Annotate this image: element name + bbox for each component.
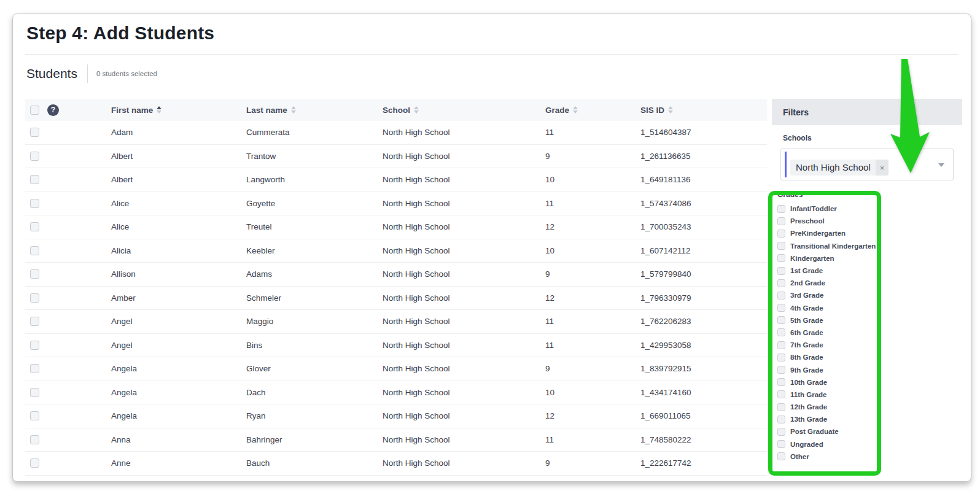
grade-option-label: 12th Grade	[790, 403, 827, 411]
column-header-first-name[interactable]: First name	[111, 106, 246, 115]
grade-filter-option[interactable]: 4th Grade	[777, 302, 954, 314]
grade-filter-option[interactable]: Transitional Kindergarten	[777, 240, 954, 252]
remove-tag-icon[interactable]: ×	[876, 160, 889, 176]
cell-school: North High School	[383, 293, 545, 303]
row-checkbox[interactable]	[30, 388, 39, 397]
column-label: School	[383, 106, 410, 115]
column-header-last-name[interactable]: Last name	[246, 106, 383, 115]
grade-filter-option[interactable]: Infant/Toddler	[777, 203, 954, 215]
cell-grade: 11	[545, 199, 640, 208]
column-header-sis-id[interactable]: SIS ID	[640, 106, 767, 115]
selected-count: 0 students selected	[96, 70, 157, 77]
grade-filter-option[interactable]: PreKindergarten	[777, 227, 954, 239]
grade-checkbox[interactable]	[777, 304, 785, 312]
grade-checkbox[interactable]	[777, 328, 785, 336]
row-checkbox[interactable]	[30, 364, 39, 373]
vertical-divider	[87, 64, 88, 83]
grade-filter-option[interactable]: 11th Grade	[777, 389, 954, 401]
grade-checkbox[interactable]	[777, 292, 785, 300]
grade-filter-option[interactable]: Preschool	[777, 215, 954, 227]
grade-filter-option[interactable]: 6th Grade	[777, 327, 954, 339]
grade-option-label: Ungraded	[790, 441, 823, 448]
cell-first-name: Angel	[111, 341, 246, 350]
grade-checkbox[interactable]	[777, 366, 785, 374]
grade-filter-option[interactable]: 7th Grade	[777, 339, 954, 351]
cell-grade: 11	[545, 128, 640, 137]
grade-filter-option[interactable]: 8th Grade	[777, 351, 954, 363]
grade-option-label: 6th Grade	[790, 329, 823, 336]
grade-filter-option[interactable]: Ungraded	[777, 438, 954, 450]
grade-checkbox[interactable]	[777, 354, 785, 361]
grade-checkbox[interactable]	[777, 230, 785, 238]
grade-checkbox[interactable]	[777, 403, 785, 411]
help-icon[interactable]: ?	[47, 104, 59, 116]
grade-option-label: Other	[790, 453, 809, 460]
row-checkbox[interactable]	[30, 317, 39, 326]
sort-icon	[291, 106, 296, 114]
grade-option-label: 7th Grade	[790, 341, 823, 349]
grade-filter-option[interactable]: Kindergarten	[777, 252, 954, 265]
grade-checkbox[interactable]	[777, 390, 785, 398]
cell-first-name: Angela	[111, 388, 246, 397]
grade-checkbox[interactable]	[777, 378, 785, 386]
grade-filter-option[interactable]: Post Graduate	[777, 425, 954, 438]
grade-option-label: 13th Grade	[790, 416, 827, 423]
grade-filter-option[interactable]: 13th Grade	[777, 413, 954, 425]
column-header-school[interactable]: School	[383, 106, 545, 115]
cell-sis-id: 1_261136635	[640, 152, 767, 161]
grade-checkbox[interactable]	[777, 254, 785, 262]
screenshot-stage: Step 4: Add Students Students 0 students…	[0, 0, 980, 491]
row-checkbox[interactable]	[30, 435, 39, 444]
row-checkbox[interactable]	[30, 458, 39, 468]
cell-last-name: Glover	[246, 364, 383, 373]
grade-filter-option[interactable]: 1st Grade	[777, 265, 954, 277]
grade-filter-option[interactable]: 9th Grade	[777, 363, 954, 376]
grade-checkbox[interactable]	[777, 242, 785, 250]
grade-checkbox[interactable]	[777, 452, 785, 460]
grade-checkbox[interactable]	[777, 217, 785, 225]
chevron-down-icon[interactable]	[938, 163, 944, 167]
cell-first-name: Alice	[111, 199, 246, 208]
grade-checkbox[interactable]	[777, 205, 785, 213]
column-header-grade[interactable]: Grade	[545, 106, 640, 115]
row-checkbox[interactable]	[30, 269, 39, 279]
grade-filter-option[interactable]: Other	[777, 450, 954, 463]
cell-first-name: Angela	[111, 411, 246, 420]
grade-filter-option[interactable]: 10th Grade	[777, 376, 954, 389]
row-checkbox[interactable]	[30, 152, 39, 161]
row-checkbox[interactable]	[30, 411, 39, 420]
grade-checkbox[interactable]	[777, 267, 785, 275]
row-checkbox[interactable]	[30, 199, 39, 208]
row-checkbox[interactable]	[30, 128, 39, 137]
schools-multiselect[interactable]: North High School ×	[780, 149, 954, 180]
cell-last-name: Maggio	[246, 317, 383, 326]
grade-checkbox[interactable]	[777, 428, 785, 436]
cell-sis-id: 1_796330979	[640, 293, 767, 303]
cell-school: North High School	[383, 222, 545, 231]
table-row: Albert Langworth North High School 10 1_…	[25, 168, 767, 192]
page-title: Step 4: Add Students	[26, 23, 971, 44]
sort-icon	[573, 106, 578, 114]
grade-list: Infant/Toddler Preschool PreKindergarten…	[777, 203, 954, 463]
column-label: SIS ID	[640, 106, 664, 115]
grade-option-label: 5th Grade	[790, 317, 823, 324]
grade-option-label: 9th Grade	[790, 366, 823, 374]
select-all-checkbox[interactable]	[30, 106, 39, 115]
grade-checkbox[interactable]	[777, 440, 785, 448]
grade-checkbox[interactable]	[777, 279, 785, 287]
grade-filter-option[interactable]: 12th Grade	[777, 401, 954, 413]
row-checkbox[interactable]	[30, 222, 39, 231]
grade-filter-option[interactable]: 2nd Grade	[777, 277, 954, 289]
grade-checkbox[interactable]	[777, 416, 785, 423]
row-checkbox[interactable]	[30, 293, 39, 303]
grade-checkbox[interactable]	[777, 341, 785, 349]
row-checkbox[interactable]	[30, 175, 39, 184]
cell-sis-id: 1_669011065	[640, 411, 767, 420]
row-checkbox[interactable]	[30, 341, 39, 350]
grade-filter-option[interactable]: 3rd Grade	[777, 289, 954, 301]
grade-filter-option[interactable]: 5th Grade	[777, 314, 954, 327]
row-checkbox[interactable]	[30, 246, 39, 255]
grade-checkbox[interactable]	[777, 316, 785, 324]
cell-sis-id: 1_748580222	[640, 435, 767, 444]
grade-option-label: 1st Grade	[790, 267, 823, 274]
